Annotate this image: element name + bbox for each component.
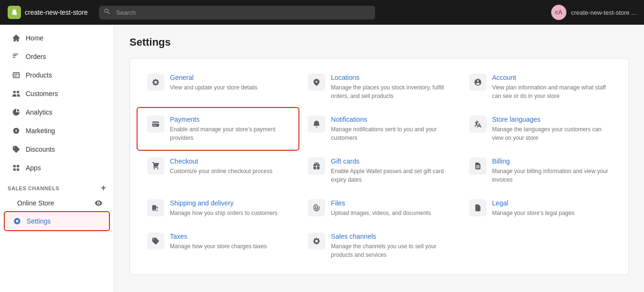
settings-item-payments[interactable]: Payments Enable and manage your store's … xyxy=(137,107,299,151)
settings-item-icon-taxes xyxy=(147,233,164,250)
sidebar-item-settings-label: Settings xyxy=(27,217,51,225)
settings-item-title-locations: Locations xyxy=(331,74,450,81)
settings-item-icon-checkout xyxy=(147,157,164,175)
settings-item-shipping[interactable]: Shipping and delivery Manage how you shi… xyxy=(138,192,298,225)
settings-item-desc-legal: Manage your store's legal pages xyxy=(492,209,611,217)
settings-item-desc-account: View plan information and manage what st… xyxy=(492,83,611,100)
settings-item-taxes[interactable]: Taxes Manage how your store charges taxe… xyxy=(138,225,298,267)
sidebar-item-online-store[interactable]: Online Store xyxy=(4,195,110,211)
store-name-label: create-new-test-store xyxy=(25,9,88,16)
settings-item-account[interactable]: Account View plan information and manage… xyxy=(460,66,621,108)
sidebar-item-apps-label: Apps xyxy=(26,164,41,172)
settings-item-checkout[interactable]: Checkout Customize your online checkout … xyxy=(138,150,298,192)
add-channel-button[interactable]: + xyxy=(101,183,106,193)
main-content: Settings General View and update your st… xyxy=(114,25,644,292)
online-store-label: Online Store xyxy=(17,199,54,207)
shopify-icon xyxy=(8,6,21,19)
analytics-icon xyxy=(11,107,21,117)
settings-item-title-shipping: Shipping and delivery xyxy=(170,199,289,207)
sidebar-item-customers-label: Customers xyxy=(26,90,58,97)
settings-item-desc-billing: Manage your billing information and view… xyxy=(492,167,611,184)
settings-item-files[interactable]: Files Upload images, videos, and documen… xyxy=(298,192,459,225)
settings-item-desc-checkout: Customize your online checkout process xyxy=(170,167,289,175)
settings-item-general[interactable]: General View and update your store detai… xyxy=(138,66,298,108)
sidebar-item-analytics[interactable]: Analytics xyxy=(4,103,110,121)
settings-item-content-general: General View and update your store detai… xyxy=(170,74,289,92)
settings-item-legal[interactable]: Legal Manage your store's legal pages xyxy=(460,192,621,225)
settings-item-icon-gift-cards xyxy=(308,157,325,175)
sidebar-item-products-label: Products xyxy=(26,71,52,79)
settings-item-title-payments: Payments xyxy=(170,116,289,123)
settings-item-desc-payments: Enable and manage your store's payment p… xyxy=(170,125,289,142)
settings-item-content-checkout: Checkout Customize your online checkout … xyxy=(170,157,289,175)
sidebar-item-settings[interactable]: Settings xyxy=(4,211,110,231)
settings-item-title-store-languages: Store languages xyxy=(492,116,611,123)
sidebar-item-analytics-label: Analytics xyxy=(26,108,52,116)
topbar-store-name: create-new-test-store ... xyxy=(571,9,636,16)
avatar: cA xyxy=(551,5,566,20)
settings-item-gift-cards[interactable]: Gift cards Enable Apple Wallet passes an… xyxy=(298,150,459,192)
settings-item-icon-sales-channels xyxy=(308,233,325,250)
settings-item-desc-general: View and update your store details xyxy=(170,83,289,92)
settings-item-title-legal: Legal xyxy=(492,199,611,207)
settings-icon xyxy=(12,216,22,226)
settings-item-icon-payments xyxy=(147,116,164,133)
settings-item-title-billing: Billing xyxy=(492,157,611,165)
settings-item-title-checkout: Checkout xyxy=(170,157,289,165)
sidebar-item-orders-label: Orders xyxy=(26,53,46,60)
settings-item-desc-locations: Manage the places you stock inventory, f… xyxy=(331,83,450,100)
search-icon xyxy=(104,8,110,17)
settings-item-title-notifications: Notifications xyxy=(331,116,450,123)
settings-item-icon-general xyxy=(147,74,164,91)
settings-item-content-notifications: Notifications Manage notifications sent … xyxy=(331,116,450,142)
products-icon xyxy=(11,70,21,80)
settings-item-content-files: Files Upload images, videos, and documen… xyxy=(331,199,450,217)
settings-card: General View and update your store detai… xyxy=(129,58,629,275)
settings-item-content-store-languages: Store languages Manage the languages you… xyxy=(492,116,611,142)
store-logo[interactable]: create-new-test-store xyxy=(8,6,93,19)
settings-item-notifications[interactable]: Notifications Manage notifications sent … xyxy=(298,108,459,150)
settings-item-content-locations: Locations Manage the places you stock in… xyxy=(331,74,450,100)
apps-icon xyxy=(11,163,21,173)
settings-grid: General View and update your store detai… xyxy=(138,66,621,267)
settings-item-content-payments: Payments Enable and manage your store's … xyxy=(170,116,289,142)
settings-item-content-account: Account View plan information and manage… xyxy=(492,74,611,100)
settings-item-icon-files xyxy=(308,199,325,216)
settings-item-content-shipping: Shipping and delivery Manage how you shi… xyxy=(170,199,289,217)
sidebar-item-discounts[interactable]: Discounts xyxy=(4,140,110,158)
settings-item-title-files: Files xyxy=(331,199,450,207)
settings-item-icon-store-languages xyxy=(469,116,486,133)
settings-item-sales-channels[interactable]: Sales channels Manage the channels you u… xyxy=(298,225,459,267)
settings-item-desc-gift-cards: Enable Apple Wallet passes and set gift … xyxy=(331,167,450,184)
settings-item-desc-taxes: Manage how your store charges taxes xyxy=(170,242,289,251)
sidebar-item-home-label: Home xyxy=(26,34,43,42)
orders-icon xyxy=(11,52,21,61)
settings-item-desc-store-languages: Manage the languages your customers can … xyxy=(492,125,611,142)
online-store-icons xyxy=(95,199,102,207)
search-bar[interactable] xyxy=(99,6,375,19)
page-title: Settings xyxy=(129,36,629,49)
topbar: create-new-test-store cA create-new-test… xyxy=(0,0,644,25)
customers-icon xyxy=(11,89,21,98)
settings-item-billing[interactable]: Billing Manage your billing information … xyxy=(460,150,621,192)
sidebar-item-products[interactable]: Products xyxy=(4,66,110,84)
sales-channels-label: SALES CHANNELS xyxy=(8,185,59,191)
sidebar-item-customers[interactable]: Customers xyxy=(4,85,110,103)
sidebar-item-home[interactable]: Home xyxy=(4,29,110,47)
settings-item-desc-sales-channels: Manage the channels you use to sell your… xyxy=(331,242,450,259)
sales-channels-header: SALES CHANNELS + xyxy=(0,177,114,195)
settings-item-icon-account xyxy=(469,74,486,91)
settings-item-icon-locations xyxy=(308,74,325,91)
sidebar-item-apps[interactable]: Apps xyxy=(4,159,110,177)
settings-item-icon-billing xyxy=(469,157,486,175)
settings-item-store-languages[interactable]: Store languages Manage the languages you… xyxy=(460,108,621,150)
settings-item-content-sales-channels: Sales channels Manage the channels you u… xyxy=(331,233,450,259)
sidebar-item-marketing[interactable]: Marketing xyxy=(4,122,110,140)
sidebar-item-orders[interactable]: Orders xyxy=(4,48,110,66)
topbar-right: cA create-new-test-store ... xyxy=(551,5,636,20)
search-input[interactable] xyxy=(99,6,375,19)
settings-item-locations[interactable]: Locations Manage the places you stock in… xyxy=(298,66,459,108)
settings-item-desc-notifications: Manage notifications sent to you and you… xyxy=(331,125,450,142)
sidebar-item-discounts-label: Discounts xyxy=(26,146,55,153)
settings-item-content-billing: Billing Manage your billing information … xyxy=(492,157,611,184)
